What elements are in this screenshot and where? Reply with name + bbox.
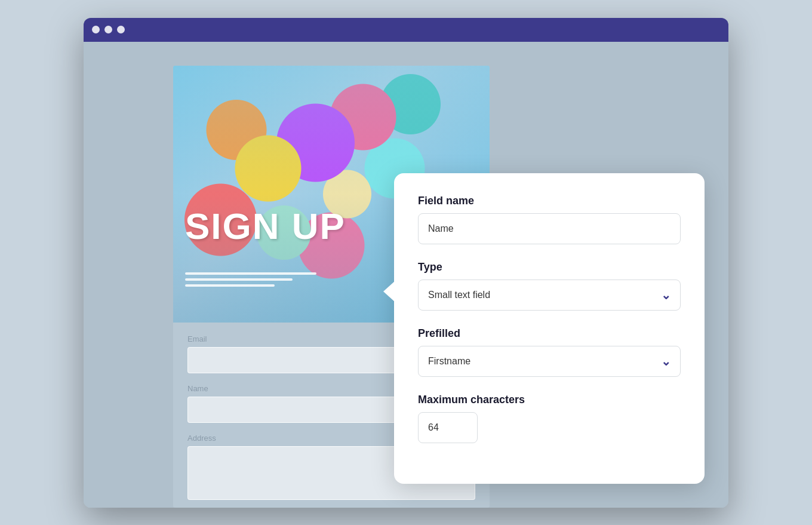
prefilled-select[interactable]: Firstname Lastname Email None bbox=[418, 346, 681, 377]
browser-window: SIGN UP Email Name bbox=[84, 18, 728, 508]
hero-line-3 bbox=[185, 284, 275, 287]
hero-decorative-lines bbox=[185, 272, 316, 287]
max-chars-input[interactable] bbox=[418, 412, 478, 443]
max-chars-section: Maximum characters bbox=[418, 394, 681, 443]
field-name-label: Field name bbox=[418, 195, 681, 207]
prefilled-select-wrapper: Firstname Lastname Email None ⌄ bbox=[418, 346, 681, 377]
type-label: Type bbox=[418, 261, 681, 274]
prefilled-label: Prefilled bbox=[418, 327, 681, 340]
properties-panel: Field name Type Small text field Large t… bbox=[394, 173, 705, 484]
traffic-light-minimize[interactable] bbox=[104, 26, 112, 33]
hero-line-2 bbox=[185, 278, 293, 281]
field-name-input[interactable] bbox=[418, 213, 681, 244]
type-section: Type Small text field Large text field E… bbox=[418, 261, 681, 311]
traffic-light-maximize[interactable] bbox=[117, 26, 125, 33]
type-select[interactable]: Small text field Large text field Email … bbox=[418, 280, 681, 311]
browser-content: SIGN UP Email Name bbox=[84, 42, 728, 508]
type-select-wrapper: Small text field Large text field Email … bbox=[418, 280, 681, 311]
browser-titlebar bbox=[84, 18, 728, 42]
max-chars-label: Maximum characters bbox=[418, 394, 681, 406]
hero-line-1 bbox=[185, 272, 316, 275]
sign-up-heading: SIGN UP bbox=[185, 208, 346, 245]
field-name-section: Field name bbox=[418, 195, 681, 244]
traffic-light-close[interactable] bbox=[92, 26, 100, 33]
prefilled-section: Prefilled Firstname Lastname Email None … bbox=[418, 327, 681, 377]
